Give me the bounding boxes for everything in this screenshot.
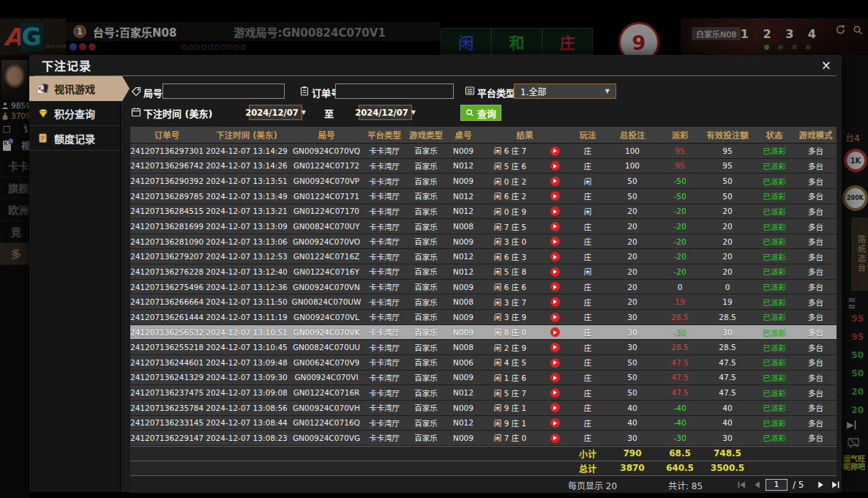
left-menu-item: 欧洲 — [0, 199, 29, 221]
cell-result: 闲 3 庄 9 — [480, 311, 540, 322]
cell-round-id: GN01224C07171 — [290, 192, 363, 201]
cell-result: 闲 6 庄 3 — [480, 251, 540, 262]
table-row[interactable]: 2412071362762282024-12-07 13:12:40GN0122… — [130, 264, 837, 280]
video-seat-dots — [764, 45, 811, 50]
cell-table-no: N009 — [446, 328, 480, 337]
replay-play-icon[interactable] — [550, 146, 560, 156]
cell-order-id: 241207136276228 — [130, 267, 203, 276]
cell-replay — [540, 373, 569, 383]
table-row[interactable]: 2412071362897852024-12-07 13:13:49GN0122… — [130, 189, 837, 204]
replay-play-icon[interactable] — [550, 373, 560, 382]
table-row[interactable]: 2412071362565322024-12-07 13:10:51GN0092… — [130, 325, 837, 341]
cell-platform: 卡卡湾厅 — [363, 190, 405, 201]
page-number-input[interactable] — [766, 479, 787, 491]
table-row[interactable]: 2412071362967422024-12-07 13:14:26GN0122… — [130, 159, 837, 174]
table-row[interactable]: 2412071362810902024-12-07 13:13:06GN0092… — [130, 234, 837, 250]
sidebar-item-2[interactable]: 积分查询 — [29, 101, 120, 126]
replay-play-icon[interactable] — [550, 358, 560, 368]
search-button[interactable]: 查询 — [460, 105, 501, 121]
cell-order-id: 241207136289785 — [130, 192, 203, 201]
table-row[interactable]: 2412071362973012024-12-07 13:14:29GN0092… — [130, 144, 837, 159]
prev-page-icon[interactable] — [753, 480, 761, 488]
modal-title: 下注记录 — [42, 56, 91, 74]
column-header: 玩法 — [569, 129, 606, 141]
sidebar-item-1[interactable]: K♥视讯游戏 — [29, 76, 130, 101]
cell-platform: 卡卡湾厅 — [363, 311, 405, 322]
table-row[interactable]: 2412071362666642024-12-07 13:11:50GN0082… — [130, 294, 837, 310]
replay-play-icon[interactable] — [550, 252, 560, 261]
diamond-icon — [37, 107, 49, 119]
date-from-picker[interactable]: 2024/12/07 ▼ — [249, 105, 302, 120]
table-row[interactable]: 2412071362552182024-12-07 13:10:45GN0082… — [130, 340, 837, 355]
replay-play-icon[interactable] — [550, 388, 560, 398]
table-row[interactable]: 2412071362792072024-12-07 13:12:53GN0122… — [130, 249, 837, 264]
bet-zones: 闲和庄 — [441, 28, 593, 55]
cell-replay — [540, 267, 569, 277]
replay-play-icon[interactable] — [550, 403, 560, 412]
cell-game-type: 百家乐 — [405, 432, 446, 443]
replay-play-icon[interactable] — [550, 222, 560, 231]
table-row[interactable]: 2412071362374752024-12-07 13:09:08GN0122… — [130, 385, 837, 401]
cell-order-id: 241207136255218 — [130, 343, 203, 352]
table-row[interactable]: 2412071362291472024-12-07 13:08:23GN0092… — [130, 431, 837, 446]
table-row[interactable]: 2412071362446012024-12-07 13:09:48GN0062… — [130, 355, 837, 371]
replay-play-icon[interactable] — [550, 267, 560, 277]
cell-payout: -40 — [659, 404, 701, 412]
sidebar-item-3[interactable]: 额度记录 — [29, 126, 120, 151]
replay-play-icon[interactable] — [550, 161, 560, 171]
date-to-picker[interactable]: 2024/12/07 ▼ — [359, 105, 412, 120]
first-page-icon[interactable] — [738, 480, 746, 488]
replay-play-icon[interactable] — [550, 207, 560, 216]
replay-play-icon[interactable] — [550, 327, 560, 337]
table-row[interactable]: 2412071362816992024-12-07 13:13:09GN0082… — [130, 219, 837, 234]
replay-play-icon[interactable] — [550, 237, 560, 246]
cell-valid-bet: 30 — [701, 434, 754, 442]
replay-play-icon[interactable] — [550, 176, 560, 186]
left-menu-item: 卡卡 — [0, 155, 29, 177]
replay-play-icon[interactable] — [550, 418, 560, 428]
cell-table-no: N012 — [446, 418, 480, 427]
cell-table-no: N009 — [446, 313, 480, 322]
chevron-down-icon: ▼ — [302, 109, 306, 116]
column-header: 局号 — [290, 129, 363, 141]
platform-select[interactable]: 1.全部 ▼ — [514, 83, 616, 99]
cell-game-mode: 多台 — [795, 387, 837, 398]
cell-platform: 卡卡湾厅 — [363, 342, 405, 353]
video-table-label: 白家乐N08 — [692, 27, 741, 40]
table-row[interactable]: 2412071362903922024-12-07 13:13:51GN0092… — [130, 174, 837, 189]
replay-play-icon[interactable] — [550, 434, 560, 443]
right-strip-numbers: 959550502020 — [842, 314, 864, 415]
table-row[interactable]: 2412071362357842024-12-07 13:08:56GN0092… — [130, 401, 837, 416]
cell-total-bet: 100 — [606, 161, 659, 170]
zoom-icon[interactable] — [850, 23, 864, 37]
left-menu-item: 竞 — [0, 221, 29, 243]
cell-order-id: 241207136241329 — [130, 373, 203, 382]
table-row[interactable]: 2412071362614442024-12-07 13:11:19GN0092… — [130, 310, 837, 325]
cell-game-type: 百家乐 — [405, 402, 446, 413]
cell-payout: 95 — [659, 161, 701, 170]
chevron-down-icon: ▼ — [411, 109, 416, 116]
close-icon[interactable]: × — [821, 59, 831, 72]
cell-platform: 卡卡湾厅 — [363, 281, 405, 292]
last-page-icon[interactable] — [831, 480, 839, 488]
replay-play-icon[interactable] — [550, 191, 560, 201]
cell-replay — [540, 207, 569, 217]
table-row[interactable]: 2412071362331452024-12-07 13:08:44GN0122… — [130, 416, 837, 431]
cell-table-no: N008 — [446, 343, 480, 352]
cell-status: 已派彩 — [754, 266, 795, 277]
cell-game-type: 百家乐 — [405, 417, 446, 428]
replay-play-icon[interactable] — [550, 343, 560, 352]
replay-play-icon[interactable] — [550, 297, 560, 307]
replay-play-icon[interactable] — [550, 313, 560, 322]
table-row[interactable]: 2412071362754962024-12-07 13:12:36GN0092… — [130, 280, 837, 295]
table-row[interactable]: 2412071362413292024-12-07 13:09:30GN0092… — [130, 371, 837, 386]
next-page-icon[interactable] — [817, 480, 825, 488]
cell-valid-bet: 40 — [701, 418, 754, 427]
replay-play-icon[interactable] — [550, 282, 560, 291]
table-row[interactable]: 2412071362845152024-12-07 13:13:21GN0122… — [130, 204, 837, 220]
round-id-input[interactable] — [162, 83, 285, 99]
refresh-icon[interactable] — [834, 23, 848, 37]
logo-subtext: ASIA GAMING — [45, 44, 66, 48]
clipboard-icon — [299, 86, 310, 96]
order-id-input[interactable] — [335, 83, 454, 99]
